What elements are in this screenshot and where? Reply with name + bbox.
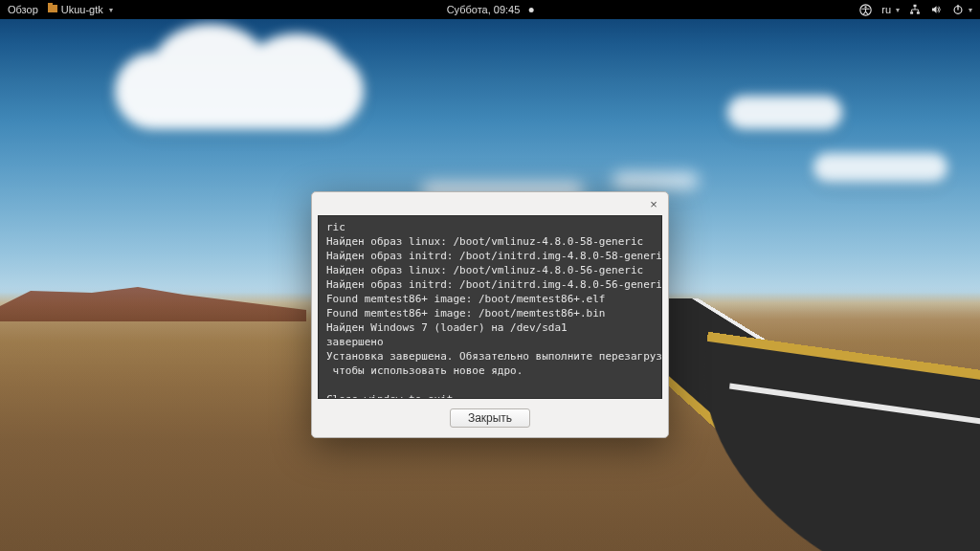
accessibility-icon xyxy=(859,4,872,16)
wallpaper-cloud xyxy=(612,172,699,189)
network-indicator[interactable] xyxy=(909,4,921,15)
wallpaper-cloud xyxy=(115,53,364,129)
power-menu[interactable]: ▾ xyxy=(952,4,972,15)
chevron-down-icon: ▾ xyxy=(969,6,972,14)
svg-rect-4 xyxy=(917,11,920,13)
svg-rect-3 xyxy=(910,11,913,13)
install-output-dialog: × ric Найден образ linux: /boot/vmlinuz-… xyxy=(311,191,669,438)
volume-indicator[interactable] xyxy=(930,4,943,15)
chevron-down-icon: ▾ xyxy=(109,6,113,14)
dialog-titlebar[interactable]: × xyxy=(312,192,668,215)
power-icon xyxy=(952,4,964,15)
keyboard-layout-indicator[interactable]: ru ▾ xyxy=(881,4,900,15)
notification-dot-icon xyxy=(528,8,533,12)
wallpaper-cloud xyxy=(813,153,947,182)
accessibility-menu[interactable] xyxy=(859,4,872,16)
close-button[interactable]: × xyxy=(647,197,660,210)
network-wired-icon xyxy=(909,4,921,15)
volume-icon xyxy=(930,4,943,15)
activities-button[interactable]: Обзор xyxy=(8,4,38,15)
wallpaper-cloud xyxy=(727,96,842,129)
app-menu-label: Ukuu-gtk xyxy=(61,4,103,15)
clock-label: Суббота, 09:45 xyxy=(447,4,521,15)
gnome-top-bar: Обзор Ukuu-gtk ▾ Суббота, 09:45 ru ▾ xyxy=(0,0,980,19)
close-dialog-button[interactable]: Закрыть xyxy=(450,408,530,428)
keyboard-layout-label: ru xyxy=(881,4,891,15)
terminal-output: ric Найден образ linux: /boot/vmlinuz-4.… xyxy=(318,215,662,399)
folder-icon xyxy=(48,5,57,12)
svg-point-1 xyxy=(865,6,867,8)
svg-rect-2 xyxy=(914,5,917,7)
app-menu[interactable]: Ukuu-gtk ▾ xyxy=(48,4,113,15)
chevron-down-icon: ▾ xyxy=(896,6,900,14)
close-icon: × xyxy=(650,197,657,211)
clock[interactable]: Суббота, 09:45 xyxy=(447,4,534,15)
